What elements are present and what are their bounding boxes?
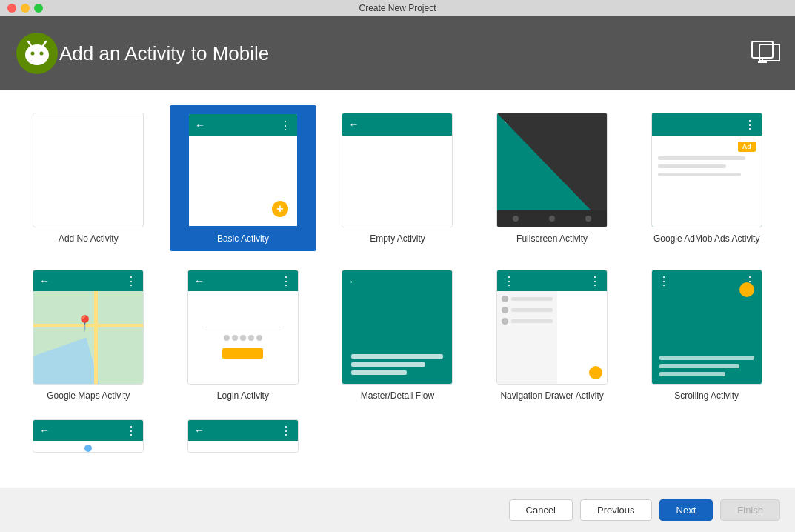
activity-item-no-activity[interactable]: Add No Activity — [15, 105, 162, 251]
activity-item-login[interactable]: ← ⋮ Lo — [170, 262, 317, 408]
activity-item-scrolling[interactable]: ⋮ ⋮ Scrolling Activity — [633, 262, 780, 408]
nav-drawer-label: Navigation Drawer Activity — [500, 390, 603, 401]
activity-item-basic[interactable]: ← ⋮ + Basic Activity — [170, 105, 317, 251]
page-title: Add an Activity to Mobile — [59, 42, 269, 65]
admob-thumbnail: ⋮ Ad — [651, 113, 762, 227]
activity-item-admob[interactable]: ⋮ Ad Google AdMob Ads Activity — [633, 105, 780, 251]
partial-2-thumbnail: ← ⋮ — [187, 419, 299, 453]
next-button[interactable]: Next — [659, 499, 713, 521]
svg-point-5 — [40, 52, 44, 56]
activity-item-partial-2[interactable]: ← ⋮ — [170, 416, 317, 456]
window-controls — [7, 4, 43, 13]
master-detail-thumbnail: ← — [342, 270, 453, 385]
previous-button[interactable]: Previous — [580, 499, 652, 521]
basic-activity-thumbnail: ← ⋮ + — [187, 113, 299, 227]
titlebar: Create New Project — [0, 0, 795, 16]
minimize-button[interactable] — [21, 4, 30, 13]
scrolling-thumbnail: ⋮ ⋮ — [651, 270, 762, 385]
activity-item-nav-drawer[interactable]: ⋮ ⋮ — [479, 262, 626, 408]
svg-point-1 — [25, 44, 49, 65]
fullscreen-thumbnail: ← ⥄ — [496, 113, 608, 227]
activity-item-partial-1[interactable]: ← ⋮ — [15, 416, 162, 456]
scrolling-label: Scrolling Activity — [674, 390, 739, 401]
basic-activity-label: Basic Activity — [217, 233, 269, 244]
maximize-button[interactable] — [34, 4, 43, 13]
empty-activity-label: Empty Activity — [370, 233, 425, 244]
device-icon — [751, 39, 780, 68]
activity-item-maps[interactable]: ← ⋮ 📍 Google Map — [15, 262, 162, 408]
no-activity-thumbnail — [33, 113, 144, 227]
login-thumbnail: ← ⋮ — [187, 270, 299, 385]
activity-grid-container: Add No Activity ← ⋮ + Basic Activity — [0, 90, 795, 488]
dialog-header: Add an Activity to Mobile — [0, 16, 795, 90]
finish-button: Finish — [720, 499, 780, 521]
no-activity-label: Add No Activity — [59, 233, 119, 244]
dialog-footer: Cancel Previous Next Finish — [0, 488, 795, 532]
activity-item-fullscreen[interactable]: ← ⥄ Fullscreen Activity — [479, 105, 626, 251]
nav-drawer-thumbnail: ⋮ ⋮ — [496, 270, 608, 385]
master-detail-label: Master/Detail Flow — [361, 390, 434, 401]
svg-point-4 — [31, 52, 35, 56]
admob-label: Google AdMob Ads Activity — [653, 233, 759, 244]
activity-item-empty[interactable]: ← Empty Activity — [324, 105, 471, 251]
fullscreen-label: Fullscreen Activity — [516, 233, 588, 244]
empty-activity-thumbnail: ← — [342, 113, 453, 227]
window-title: Create New Project — [359, 3, 436, 13]
close-button[interactable] — [7, 4, 16, 13]
maps-thumbnail: ← ⋮ 📍 — [33, 270, 144, 385]
activity-item-master-detail[interactable]: ← Master/Detail Flow — [324, 262, 471, 408]
maps-label: Google Maps Activity — [47, 390, 130, 401]
partial-1-thumbnail: ← ⋮ — [33, 419, 144, 453]
cancel-button[interactable]: Cancel — [509, 499, 573, 521]
android-logo-icon — [15, 31, 59, 76]
login-label: Login Activity — [217, 390, 269, 401]
